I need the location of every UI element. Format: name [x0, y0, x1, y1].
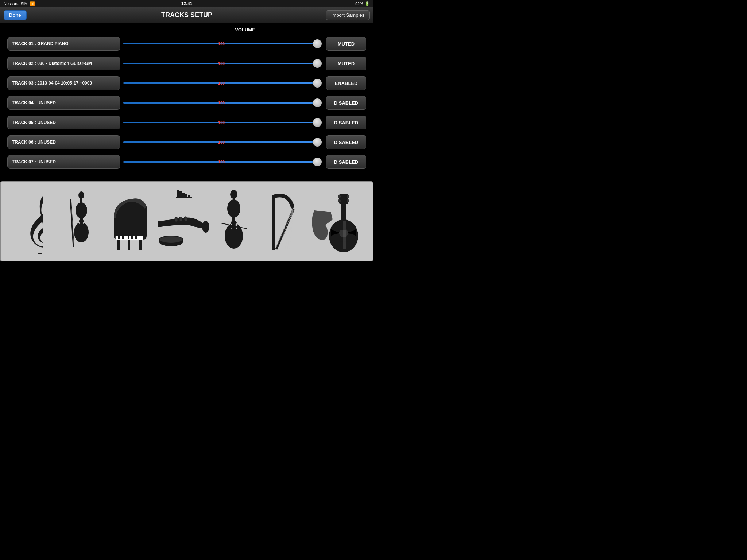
- track-status-05[interactable]: DISABLED: [326, 116, 366, 129]
- track-status-03[interactable]: ENABLED: [326, 76, 366, 90]
- track-status-01[interactable]: MUTED: [326, 37, 366, 51]
- track-row-01: TRACK 01 : GRAND PIANO100MUTED: [7, 35, 366, 52]
- svg-point-5: [79, 219, 84, 223]
- svg-point-60: [347, 199, 349, 202]
- cello-icon: [209, 188, 258, 254]
- track-slider-03[interactable]: 100: [120, 76, 322, 90]
- track-label-05[interactable]: TRACK 05 : UNUSED: [7, 116, 120, 129]
- nav-bar: Done TRACKS SETUP Import Samples: [0, 7, 374, 23]
- svg-rect-29: [184, 217, 187, 221]
- svg-point-59: [347, 195, 349, 198]
- track-volume-value-06: 100: [218, 140, 225, 144]
- track-label-03[interactable]: TRACK 03 : 2013-04-04 10:05:17 +0000: [7, 76, 120, 90]
- svg-point-8: [78, 191, 84, 199]
- status-left: Nessuna SIM 📶: [4, 1, 35, 6]
- svg-text:𝄞: 𝄞: [23, 194, 43, 254]
- guitar-violin-icon: [307, 188, 365, 254]
- track-slider-thumb-01[interactable]: [313, 39, 322, 48]
- track-slider-07[interactable]: 100: [120, 155, 322, 169]
- track-row-05: TRACK 05 : UNUSED100DISABLED: [7, 114, 366, 131]
- tracks-container: TRACK 01 : GRAND PIANO100MUTEDTRACK 02 :…: [7, 35, 366, 170]
- track-label-06[interactable]: TRACK 06 : UNUSED: [7, 135, 120, 149]
- volume-header: VOLUME: [7, 27, 366, 32]
- svg-rect-13: [122, 236, 124, 239]
- done-button[interactable]: Done: [4, 10, 27, 20]
- svg-rect-16: [135, 236, 137, 239]
- track-status-02[interactable]: MUTED: [326, 57, 366, 70]
- battery-icon: 🔋: [365, 1, 370, 6]
- import-samples-button[interactable]: Import Samples: [326, 10, 370, 20]
- svg-rect-19: [128, 240, 130, 250]
- track-slider-thumb-02[interactable]: [313, 59, 322, 68]
- track-slider-thumb-06[interactable]: [313, 138, 322, 147]
- track-volume-value-07: 100: [218, 160, 225, 164]
- page-title: TRACKS SETUP: [161, 11, 212, 19]
- status-time: 12:41: [181, 1, 193, 6]
- svg-line-45: [281, 209, 293, 248]
- svg-point-26: [202, 221, 209, 233]
- track-status-07[interactable]: DISABLED: [326, 155, 366, 169]
- grand-piano-icon: [106, 188, 155, 254]
- track-row-07: TRACK 07 : UNUSED100DISABLED: [7, 153, 366, 170]
- track-slider-thumb-05[interactable]: [313, 118, 322, 127]
- svg-line-47: [285, 210, 293, 249]
- svg-rect-22: [182, 192, 185, 198]
- track-label-01[interactable]: TRACK 01 : GRAND PIANO: [7, 37, 120, 51]
- trumpet-drum-icon: [155, 188, 209, 254]
- track-volume-value-05: 100: [218, 120, 225, 125]
- svg-rect-12: [118, 236, 120, 239]
- carrier-label: Nessuna SIM: [4, 1, 28, 6]
- svg-rect-18: [139, 240, 142, 250]
- treble-clef-icon: 𝄞: [8, 188, 57, 254]
- track-slider-06[interactable]: 100: [120, 135, 322, 149]
- svg-rect-42: [272, 196, 275, 250]
- track-row-06: TRACK 06 : UNUSED100DISABLED: [7, 134, 366, 151]
- svg-point-57: [338, 195, 341, 198]
- svg-rect-15: [131, 236, 133, 239]
- track-volume-value-01: 100: [218, 42, 225, 46]
- svg-rect-25: [176, 197, 192, 198]
- wifi-icon: 📶: [30, 1, 35, 6]
- main-content: VOLUME TRACK 01 : GRAND PIANO100MUTEDTRA…: [0, 23, 374, 177]
- status-right: 92% 🔋: [355, 1, 370, 6]
- track-slider-05[interactable]: 100: [120, 116, 322, 129]
- track-volume-value-02: 100: [218, 61, 225, 66]
- violin-icon: [57, 188, 106, 254]
- svg-rect-56: [339, 194, 348, 204]
- battery-label: 92%: [355, 1, 363, 6]
- svg-rect-24: [188, 195, 190, 198]
- track-slider-thumb-03[interactable]: [313, 79, 322, 88]
- svg-rect-21: [179, 191, 182, 198]
- svg-rect-17: [117, 240, 120, 250]
- track-row-02: TRACK 02 : 030 - Distortion Guitar-GM100…: [7, 55, 366, 72]
- svg-line-9: [70, 199, 73, 247]
- svg-rect-28: [179, 217, 182, 221]
- instruments-panel: 𝄞: [0, 181, 374, 261]
- svg-rect-23: [185, 194, 187, 198]
- svg-rect-20: [177, 190, 179, 198]
- svg-rect-27: [175, 217, 178, 222]
- track-label-02[interactable]: TRACK 02 : 030 - Distortion Guitar-GM: [7, 57, 120, 70]
- svg-rect-14: [128, 236, 129, 239]
- track-slider-01[interactable]: 100: [120, 37, 322, 51]
- track-volume-value-04: 100: [218, 101, 225, 105]
- track-row-04: TRACK 04 : UNUSED100DISABLED: [7, 94, 366, 111]
- track-row-03: TRACK 03 : 2013-04-04 10:05:17 +0000100E…: [7, 75, 366, 92]
- track-status-04[interactable]: DISABLED: [326, 96, 366, 110]
- track-label-04[interactable]: TRACK 04 : UNUSED: [7, 96, 120, 110]
- svg-point-6: [79, 223, 84, 227]
- track-slider-thumb-04[interactable]: [313, 98, 322, 107]
- track-slider-04[interactable]: 100: [120, 96, 322, 110]
- track-status-06[interactable]: DISABLED: [326, 135, 366, 149]
- track-slider-thumb-07[interactable]: [313, 158, 322, 166]
- status-bar: Nessuna SIM 📶 12:41 92% 🔋: [0, 0, 374, 7]
- svg-point-40: [230, 190, 237, 199]
- svg-point-37: [231, 221, 237, 225]
- track-slider-02[interactable]: 100: [120, 57, 322, 70]
- track-label-07[interactable]: TRACK 07 : UNUSED: [7, 155, 120, 169]
- harp-icon: [258, 188, 307, 254]
- svg-point-32: [159, 236, 183, 243]
- svg-line-44: [279, 208, 293, 248]
- svg-point-58: [338, 199, 341, 202]
- track-volume-value-03: 100: [218, 81, 225, 85]
